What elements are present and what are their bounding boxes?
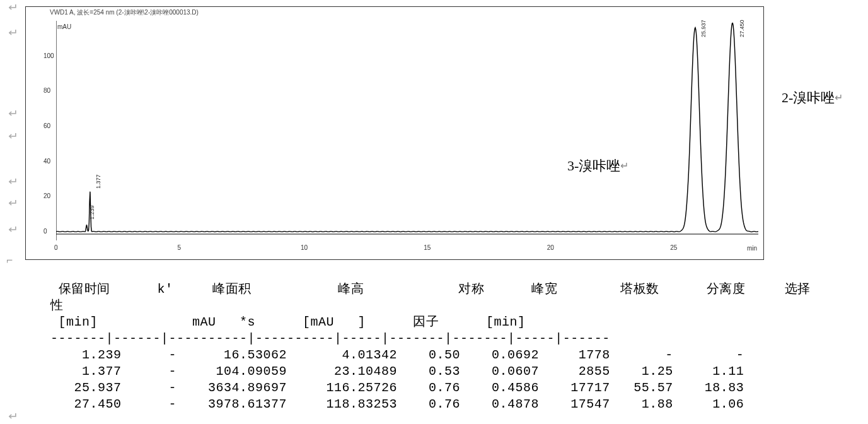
y-tick: 80 [43, 87, 50, 94]
paragraph-mark-icon: ↵ [8, 26, 18, 38]
y-tick: 60 [43, 122, 50, 129]
word-paragraph-marks: ↵↵↵↵↵↵↵ [0, 0, 23, 265]
table-row: [min] mAU *s [mAU ] 因子 [min] [50, 314, 868, 331]
y-tick: 0 [43, 228, 47, 235]
table-row: 25.937 - 3634.89697 116.25726 0.76 0.458… [50, 380, 868, 396]
annotation-2-bromocarbazole: 2-溴咔唑↵ [782, 88, 843, 107]
table-row: 1.239 - 16.53062 4.01342 0.50 0.0692 177… [50, 347, 868, 363]
x-tick: 20 [547, 244, 554, 251]
paragraph-mark-icon: ↵ [8, 1, 18, 13]
paragraph-mark-icon: ↵ [8, 130, 18, 142]
paragraph-mark-icon: ↵ [8, 107, 18, 119]
paragraph-mark-icon: ↵ [8, 410, 18, 422]
paragraph-mark-icon: ↵ [8, 197, 18, 209]
paragraph-mark-icon: ↵ [8, 223, 18, 235]
annotation-3-bromocarbazole: 3-溴咔唑↵ [567, 156, 628, 175]
peak-rt-label: 25.937 [700, 20, 707, 38]
table-row: 1.377 - 104.09059 23.10489 0.53 0.0607 2… [50, 363, 868, 380]
chromatogram-trace [56, 21, 758, 240]
y-tick: 20 [43, 192, 50, 199]
table-row: 保留时间 k' 峰面积 峰高 对称 峰宽 塔板数 分离度 选择性 [50, 281, 868, 314]
peak-rt-label: 27.450 [739, 20, 745, 38]
table-row: -------|------|----------|----------|---… [50, 331, 868, 347]
chromatogram-chart: VWD1 A, 波长=254 nm (2-溴咔唑\2-溴咔唑000013.D) … [25, 6, 764, 260]
paragraph-mark-icon: ↵ [8, 175, 18, 187]
peak-results-table: 保留时间 k' 峰面积 峰高 对称 峰宽 塔板数 分离度 选择性 [min] m… [50, 281, 868, 413]
x-tick: 10 [301, 244, 308, 251]
peak-rt-label: 1.377 [95, 175, 101, 189]
table-row: 27.450 - 3978.61377 118.83253 0.76 0.487… [50, 396, 868, 413]
y-tick: 100 [43, 52, 54, 59]
cursor-caret-icon: ⌐ [6, 254, 13, 267]
peak-rt-label: 1.239 [89, 205, 95, 220]
plot-area [56, 21, 758, 240]
x-tick: 25 [670, 244, 677, 251]
y-tick: 40 [43, 158, 50, 165]
chart-title: VWD1 A, 波长=254 nm (2-溴咔唑\2-溴咔唑000013.D) [26, 7, 763, 17]
x-tick: 15 [424, 244, 431, 251]
x-tick: 5 [177, 244, 181, 251]
x-axis-unit: min [747, 245, 757, 252]
x-tick: 0 [54, 244, 58, 251]
